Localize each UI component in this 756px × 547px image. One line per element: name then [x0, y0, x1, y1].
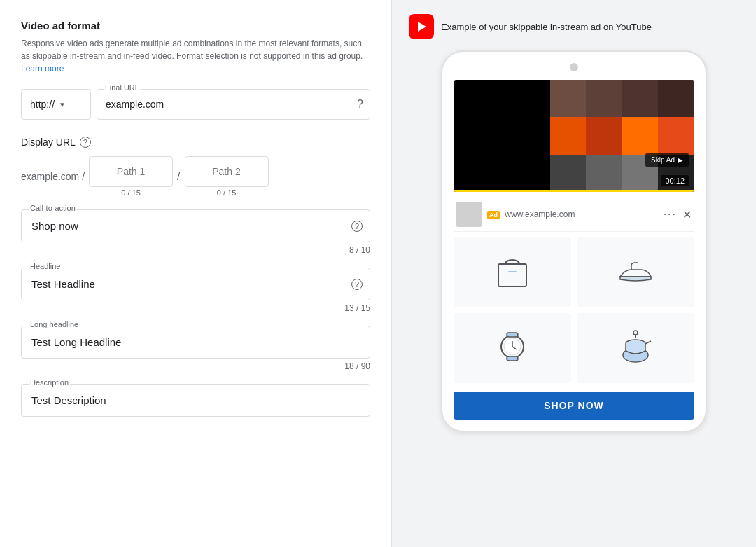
phone-mockup: Skip Ad ▶ 00:12 Ad www.example.com ··· ✕: [441, 50, 707, 432]
section-title: Video ad format: [21, 20, 370, 32]
headline-char-count: 13 / 15: [21, 303, 370, 313]
path1-wrapper: 0 / 15: [89, 156, 173, 197]
section-desc-text: Responsive video ads generate multiple a…: [21, 39, 363, 61]
pixel-3: [622, 80, 659, 117]
pixel-4: [658, 80, 694, 117]
chevron-down-icon: ▼: [59, 101, 66, 109]
ad-info-row: Ad www.example.com ··· ✕: [454, 198, 694, 232]
svg-rect-1: [508, 271, 517, 272]
headline-input[interactable]: [22, 268, 370, 300]
url-row: http:// ▼ Final URL ?: [21, 89, 370, 120]
headline-label: Headline: [29, 262, 62, 270]
svg-rect-0: [498, 264, 526, 286]
pixel-9: [550, 155, 587, 192]
help-icon[interactable]: ?: [357, 98, 363, 111]
product-grid: [454, 237, 694, 383]
path2-count: 0 / 15: [185, 188, 269, 197]
ad-menu-dots-icon[interactable]: ···: [664, 208, 677, 221]
shoe-icon: [615, 250, 657, 295]
bag-icon: [491, 250, 533, 295]
display-url-section: Display URL ? example.com / 0 / 15 / 0 /…: [21, 137, 370, 197]
cta-help-icon[interactable]: ?: [351, 221, 363, 232]
pixel-7: [622, 117, 659, 154]
video-area: Skip Ad ▶ 00:12: [454, 80, 694, 192]
svg-line-11: [645, 341, 651, 344]
ad-close-icon[interactable]: ✕: [682, 208, 692, 221]
final-url-wrapper: Final URL ?: [97, 89, 370, 120]
description-input[interactable]: [22, 385, 370, 416]
protocol-selector[interactable]: http:// ▼: [21, 89, 91, 120]
yt-play-triangle: [418, 22, 426, 32]
pixel-5: [550, 117, 587, 154]
slash-separator: /: [177, 170, 180, 183]
display-url-help-icon[interactable]: ?: [80, 137, 91, 148]
learn-more-link[interactable]: Learn more: [21, 64, 64, 74]
pixel-8: [658, 117, 694, 154]
description-label: Description: [29, 378, 70, 387]
pixel-1: [550, 80, 587, 117]
watch-icon: [491, 326, 533, 371]
product-card-watch: [454, 313, 571, 383]
svg-rect-7: [507, 356, 518, 361]
youtube-icon: [409, 14, 434, 39]
final-url-label: Final URL: [104, 83, 141, 92]
long-headline-label: Long headline: [29, 320, 80, 328]
mixer-icon: [615, 326, 657, 371]
skip-arrow-icon: ▶: [678, 156, 683, 164]
path1-input[interactable]: [89, 156, 173, 187]
headline-help-icon[interactable]: ?: [351, 279, 363, 290]
display-url-row: example.com / 0 / 15 / 0 / 15: [21, 156, 370, 197]
cta-label: Call-to-action: [29, 204, 77, 212]
pixel-10: [586, 155, 622, 192]
skip-ad-button[interactable]: Skip Ad ▶: [645, 153, 689, 167]
long-headline-field-group: Long headline 18 / 90: [21, 326, 370, 371]
ad-thumbnail: [456, 202, 482, 227]
ad-domain-text: www.example.com: [505, 209, 575, 219]
product-card-bag: [454, 237, 571, 307]
video-progress-bar: [454, 190, 694, 192]
pixel-2: [586, 80, 622, 117]
ad-badge: Ad: [487, 211, 500, 219]
preview-header: Example of your skippable in-stream ad o…: [409, 14, 652, 39]
description-field-group: Description: [21, 384, 370, 417]
cta-input[interactable]: [22, 210, 370, 242]
path2-wrapper: 0 / 15: [185, 156, 269, 197]
path1-count: 0 / 15: [89, 188, 173, 197]
video-timer: 00:12: [661, 175, 689, 186]
long-headline-wrapper: Long headline: [21, 326, 370, 359]
left-panel: Video ad format Responsive video ads gen…: [0, 0, 392, 547]
final-url-input[interactable]: [97, 89, 370, 120]
base-url-text: example.com /: [21, 171, 85, 182]
preview-title: Example of your skippable in-stream ad o…: [441, 22, 652, 32]
product-card-mixer: [577, 313, 694, 383]
product-card-shoe: [577, 237, 694, 307]
phone-notch: [570, 63, 578, 71]
headline-field-group: Headline ? 13 / 15: [21, 268, 370, 313]
cta-preview-button[interactable]: SHOP NOW: [454, 392, 694, 420]
svg-point-10: [634, 331, 638, 335]
section-desc: Responsive video ads generate multiple a…: [21, 37, 370, 75]
long-headline-input[interactable]: [22, 326, 370, 358]
cta-char-count: 8 / 10: [21, 245, 370, 255]
skip-ad-label: Skip Ad: [651, 156, 675, 164]
cta-field-group: Call-to-action ? 8 / 10: [21, 209, 370, 255]
right-panel: Example of your skippable in-stream ad o…: [392, 0, 756, 547]
svg-rect-6: [507, 333, 518, 337]
display-url-label: Display URL ?: [21, 137, 370, 148]
long-headline-char-count: 18 / 90: [21, 361, 370, 371]
ad-domain-wrapper: Ad www.example.com: [487, 209, 658, 219]
protocol-value: http://: [30, 99, 55, 110]
cta-wrapper: Call-to-action ?: [21, 209, 370, 242]
path2-input[interactable]: [185, 156, 269, 187]
description-wrapper: Description: [21, 384, 370, 417]
headline-wrapper: Headline ?: [21, 268, 370, 300]
pixel-6: [586, 117, 622, 154]
